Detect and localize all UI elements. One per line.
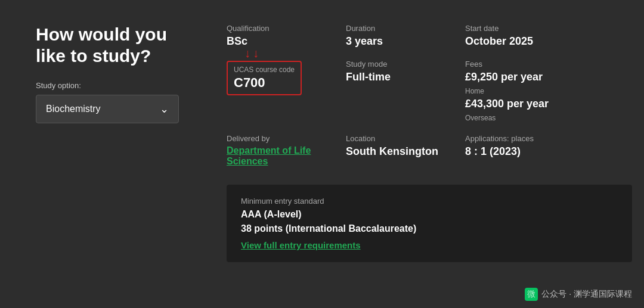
fees-home-amount: £9,250 per year xyxy=(465,71,543,83)
study-mode-value: Full-time xyxy=(346,71,465,83)
fees-home-line: £9,250 per year xyxy=(465,71,632,83)
entry-line1: AAA (A-level) xyxy=(241,209,618,220)
start-date-label: Start date xyxy=(465,24,632,33)
study-option-dropdown[interactable]: Biochemistry ⌄ xyxy=(36,95,179,123)
watermark: 微 公众号 · 渊学通国际课程 xyxy=(525,288,632,301)
fees-overseas-label: Overseas xyxy=(465,114,632,122)
ucas-box: UCAS course code C700 xyxy=(227,61,302,95)
ucas-code: C700 xyxy=(234,75,295,91)
qualification-cell: Qualification BSc xyxy=(227,24,346,48)
chevron-down-icon: ⌄ xyxy=(160,102,169,116)
entry-label: Minimum entry standard xyxy=(241,197,618,206)
delivered-by-cell: Delivered by Department of Life Sciences xyxy=(227,134,346,167)
entry-requirements-link[interactable]: View full entry requirements xyxy=(241,240,618,250)
location-label: Location xyxy=(346,134,465,143)
fees-home-label: Home xyxy=(465,87,632,95)
applications-cell: Applications: places 8 : 1 (2023) xyxy=(465,134,632,167)
arrow-icon-1: ↓ xyxy=(244,46,250,60)
delivered-by-label: Delivered by xyxy=(227,134,346,143)
fees-overseas-amount: £43,300 per year xyxy=(465,98,549,110)
entry-box: Minimum entry standard AAA (A-level) 38 … xyxy=(227,185,632,262)
qualification-label: Qualification xyxy=(227,24,346,33)
duration-label: Duration xyxy=(346,24,465,33)
left-panel: How would you like to study? Study optio… xyxy=(36,24,191,284)
arrow-icon-2: ↓ xyxy=(253,46,259,60)
applications-value: 8 : 1 (2023) xyxy=(465,145,632,158)
page-heading: How would you like to study? xyxy=(36,24,191,67)
applications-label: Applications: places xyxy=(465,134,632,143)
location-cell: Location South Kensington xyxy=(346,134,465,167)
start-date-cell: Start date October 2025 xyxy=(465,24,632,48)
fees-cell: Fees £9,250 per year Home £43,300 per ye… xyxy=(465,60,632,122)
info-grid: Qualification BSc Duration 3 years Start… xyxy=(227,24,632,173)
qualification-value: BSc xyxy=(227,35,346,48)
study-mode-cell: Study mode Full-time xyxy=(346,60,465,122)
main-container: How would you like to study? Study optio… xyxy=(0,0,644,308)
right-panel: Qualification BSc Duration 3 years Start… xyxy=(227,24,632,284)
fees-overseas-line: £43,300 per year xyxy=(465,98,632,110)
start-date-value: October 2025 xyxy=(465,35,632,48)
department-link[interactable]: Department of Life Sciences xyxy=(227,145,346,167)
entry-line2: 38 points (International Baccalaureate) xyxy=(241,223,618,234)
location-value: South Kensington xyxy=(346,145,465,158)
duration-value: 3 years xyxy=(346,35,465,48)
dropdown-value: Biochemistry xyxy=(46,104,101,114)
fees-label: Fees xyxy=(465,60,632,69)
watermark-text: 公众号 · 渊学通国际课程 xyxy=(541,289,632,300)
ucas-label: UCAS course code xyxy=(234,66,295,74)
ucas-cell: ↓ ↓ UCAS course code C700 xyxy=(227,60,346,122)
wechat-icon: 微 xyxy=(525,288,538,301)
study-option-label: Study option: xyxy=(36,81,191,90)
duration-cell: Duration 3 years xyxy=(346,24,465,48)
study-mode-label: Study mode xyxy=(346,60,465,69)
ucas-arrows-container: ↓ ↓ UCAS course code C700 xyxy=(227,60,346,95)
red-arrows: ↓ ↓ xyxy=(244,46,259,60)
